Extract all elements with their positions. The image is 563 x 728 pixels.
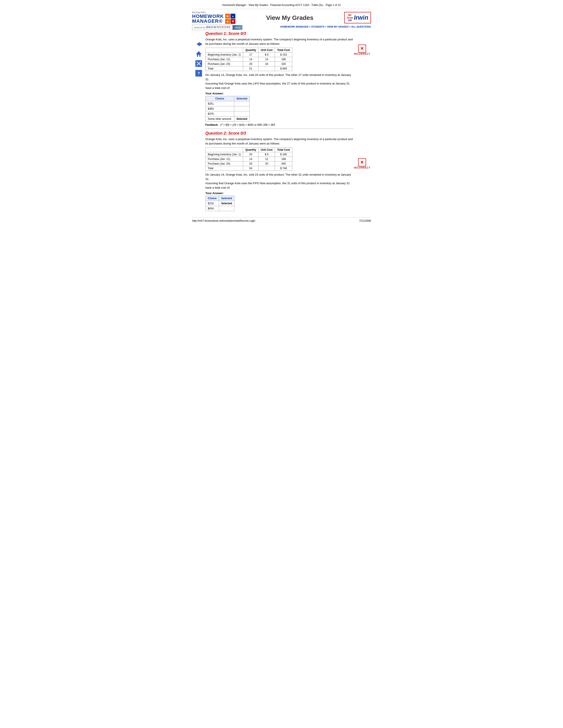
hm-icon-4: M bbox=[230, 19, 235, 24]
table-row: Purchase (Jan. 11) 14 12 168 bbox=[205, 157, 292, 161]
question-2-followup: On January 14, Orange Kola, Inc. sold 23… bbox=[205, 173, 353, 190]
irwin-text: Irwin bbox=[354, 14, 368, 21]
browser-title: Homework Manager - View My Grades - Fina… bbox=[192, 2, 371, 9]
divider-1 bbox=[205, 129, 353, 129]
footer-bar: http://mh7.brownstone.net/modules/viewRe… bbox=[192, 217, 371, 222]
home-button[interactable] bbox=[195, 50, 203, 58]
page-title: View My Grades bbox=[266, 14, 313, 21]
question-2-answer-table: Choice Selected $216. Selected $434. bbox=[205, 196, 234, 211]
answer-row: Some other amount. Selected bbox=[205, 116, 250, 122]
left-nav: ? bbox=[192, 31, 205, 213]
svg-marker-0 bbox=[196, 42, 200, 46]
mcgraw-hill-box: Mc Graw Hill bbox=[347, 14, 353, 22]
question-1-answer-table: Choice Selected $251. $383. $376. Some o… bbox=[205, 96, 250, 122]
table-row: Purchase (Jan. 20) 20 20 400 bbox=[205, 161, 292, 166]
help-button[interactable]: ? bbox=[195, 69, 203, 77]
question-2-text: Orange Kola, Inc. uses a perpetual inven… bbox=[205, 137, 353, 146]
question-2: Question 2: Score 0/3 Orange Kola, Inc. … bbox=[205, 131, 353, 211]
header-area: McGraw-Hill's HOMEWORK MANAGER® ■ ▲ ■ M … bbox=[192, 11, 371, 24]
incorrect-badge-1: ✕ INCORRECT bbox=[354, 45, 370, 55]
logo-left: McGraw-Hill's HOMEWORK MANAGER® ■ ▲ ■ M bbox=[192, 11, 235, 24]
back-button[interactable] bbox=[195, 40, 203, 48]
incorrect-label-1: INCORRECT bbox=[354, 53, 370, 55]
homework-text: HOMEWORK bbox=[192, 14, 224, 19]
powered-bar: powered by BROWNSTONE nline bbox=[192, 25, 242, 30]
incorrect-badge-2: ✕ INCORRECT bbox=[354, 158, 370, 169]
svg-text:?: ? bbox=[197, 71, 200, 76]
hm-icon-2: ▲ bbox=[230, 14, 235, 19]
main-content: ? Question 1: Score 0/3 Orange Kola, Inc… bbox=[192, 31, 371, 213]
answer-row: $434. bbox=[205, 206, 234, 211]
svg-rect-4 bbox=[198, 55, 199, 57]
brownstone-logo: BROWNSTONE bbox=[206, 26, 231, 29]
table-row: Purchase (Jan. 20) 20 16 320 bbox=[205, 62, 292, 66]
answer-row: $383. bbox=[205, 106, 250, 111]
incorrect-x-2: ✕ bbox=[358, 158, 366, 166]
answer-row: $251. bbox=[205, 101, 250, 106]
hm-icons: ■ ▲ ■ M bbox=[225, 14, 235, 24]
question-1-text: Orange Kola, Inc. uses a perpetual inven… bbox=[205, 37, 353, 46]
table-row: Beginning inventory (Jan. 1) 20 $ 9 $ 18… bbox=[205, 152, 292, 157]
answer-row: $216. Selected bbox=[205, 201, 234, 206]
hm-text: HOMEWORK MANAGER® bbox=[192, 14, 224, 24]
logo-right: Mc Graw Hill Irwin bbox=[344, 12, 371, 23]
manager-text: MANAGER® bbox=[192, 19, 224, 24]
table-row: Total 51 $ 669 bbox=[205, 66, 292, 71]
question-1-followup: On January 14, Orange Kola, Inc. sold 24… bbox=[205, 73, 353, 90]
content-area: Question 1: Score 0/3 Orange Kola, Inc. … bbox=[205, 31, 353, 213]
question-2-header: Question 2: Score 0/3 bbox=[205, 131, 353, 136]
right-side: ✕ INCORRECT ✕ INCORRECT bbox=[353, 31, 371, 213]
answer-row: $376. bbox=[205, 111, 250, 116]
footer-url: http://mh7.brownstone.net/modules/viewRe… bbox=[192, 219, 255, 222]
close-button[interactable] bbox=[195, 60, 203, 68]
hm-icon-1: ■ bbox=[225, 14, 230, 19]
question-1: Question 1: Score 0/3 Orange Kola, Inc. … bbox=[205, 31, 353, 126]
question-1-header: Question 1: Score 0/3 bbox=[205, 31, 353, 36]
footer-date: 7/21/2008 bbox=[359, 219, 371, 222]
homework-manager-logo: HOMEWORK MANAGER® ■ ▲ ■ M bbox=[192, 14, 235, 24]
powered-box: powered by BROWNSTONE bbox=[192, 25, 233, 30]
hm-icon-3: ■ bbox=[225, 19, 230, 24]
breadcrumb: HOMEWORK MANAGER > STUDENTS > VIEW MY GR… bbox=[280, 25, 371, 28]
svg-rect-1 bbox=[199, 43, 201, 45]
your-answer-label-2: Your Answer: bbox=[205, 191, 353, 195]
incorrect-x-1: ✕ bbox=[358, 45, 366, 53]
table-row: Beginning inventory (Jan. 1) 17 $ 9 $ 15… bbox=[205, 53, 292, 57]
incorrect-label-2: INCORRECT bbox=[354, 166, 370, 169]
feedback-1: Feedback: (7 × $9) + (20 × $16) = $383 o… bbox=[205, 123, 353, 126]
question-2-data-table: Quantity Unit Cost Total Cost Beginning … bbox=[205, 147, 292, 171]
table-row: Total 54 $ 748 bbox=[205, 166, 292, 171]
table-row: Purchase (Jan. 11) 14 14 196 bbox=[205, 57, 292, 62]
your-answer-label-1: Your Answer: bbox=[205, 92, 353, 95]
question-1-data-table: Quantity Unit Cost Total Cost Beginning … bbox=[205, 48, 292, 71]
online-banner: nline bbox=[233, 25, 242, 30]
svg-marker-2 bbox=[196, 51, 201, 54]
